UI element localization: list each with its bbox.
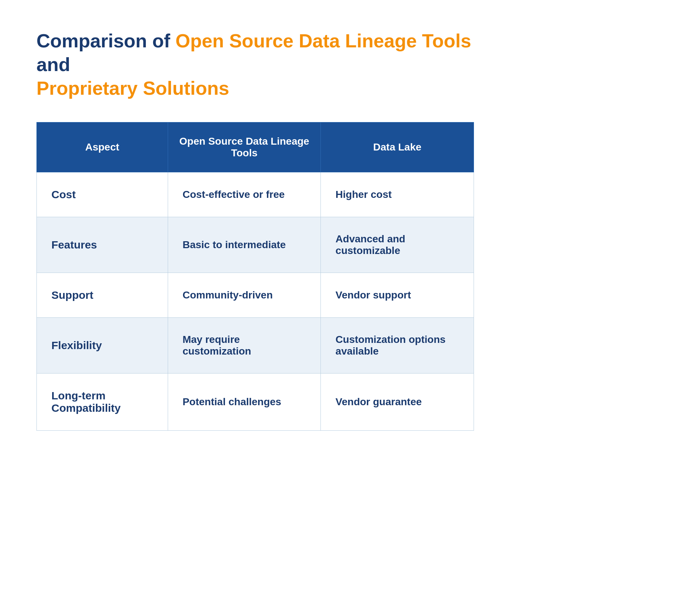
page-container: Comparison of Open Source Data Lineage T… — [36, 29, 474, 431]
cell-aspect: Long-term Compatibility — [37, 374, 168, 431]
title-highlight2: Proprietary Solutions — [36, 78, 229, 99]
cell-proprietary: Advanced and customizable — [321, 217, 474, 273]
header-aspect: Aspect — [37, 122, 168, 172]
header-proprietary: Data Lake — [321, 122, 474, 172]
page-title: Comparison of Open Source Data Lineage T… — [36, 29, 474, 100]
cell-aspect: Cost — [37, 172, 168, 217]
title-prefix: Comparison of — [36, 30, 175, 51]
header-open-source: Open Source Data Lineage Tools — [168, 122, 321, 172]
cell-open-source: Basic to intermediate — [168, 217, 321, 273]
cell-open-source: Cost-effective or free — [168, 172, 321, 217]
cell-proprietary: Higher cost — [321, 172, 474, 217]
table-row: FeaturesBasic to intermediateAdvanced an… — [37, 217, 474, 273]
table-row: Long-term CompatibilityPotential challen… — [37, 374, 474, 431]
cell-open-source: Potential challenges — [168, 374, 321, 431]
table-header-row: Aspect Open Source Data Lineage Tools Da… — [37, 122, 474, 172]
cell-aspect: Features — [37, 217, 168, 273]
cell-proprietary: Vendor support — [321, 273, 474, 318]
cell-open-source: Community-driven — [168, 273, 321, 318]
title-middle: and — [36, 54, 70, 75]
title-highlight1: Open Source Data Lineage Tools — [175, 30, 471, 51]
cell-aspect: Flexibility — [37, 318, 168, 374]
cell-proprietary: Vendor guarantee — [321, 374, 474, 431]
cell-proprietary: Customization options available — [321, 318, 474, 374]
comparison-table: Aspect Open Source Data Lineage Tools Da… — [36, 122, 474, 431]
table-row: CostCost-effective or freeHigher cost — [37, 172, 474, 217]
table-row: FlexibilityMay require customizationCust… — [37, 318, 474, 374]
cell-open-source: May require customization — [168, 318, 321, 374]
cell-aspect: Support — [37, 273, 168, 318]
table-row: SupportCommunity-drivenVendor support — [37, 273, 474, 318]
